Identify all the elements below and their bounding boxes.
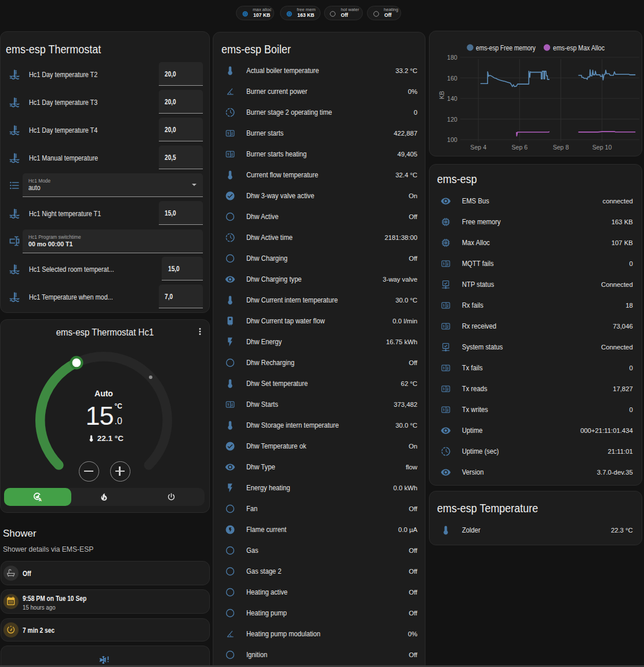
svg-text:100: 100 <box>447 136 457 143</box>
svg-text:Sep 4: Sep 4 <box>470 143 486 150</box>
svg-text:KB: KB <box>438 90 445 99</box>
svg-text:160: 160 <box>447 74 457 81</box>
svg-text:Sep 8: Sep 8 <box>552 143 569 150</box>
svg-text:140: 140 <box>447 95 457 102</box>
svg-text:Sep 6: Sep 6 <box>511 143 527 150</box>
svg-text:180: 180 <box>447 54 457 61</box>
svg-text:ems-esp Max Alloc: ems-esp Max Alloc <box>553 43 605 52</box>
svg-text:ems-esp Free memory: ems-esp Free memory <box>476 43 536 52</box>
svg-text:Sep 10: Sep 10 <box>592 143 612 150</box>
svg-text:120: 120 <box>447 115 457 122</box>
